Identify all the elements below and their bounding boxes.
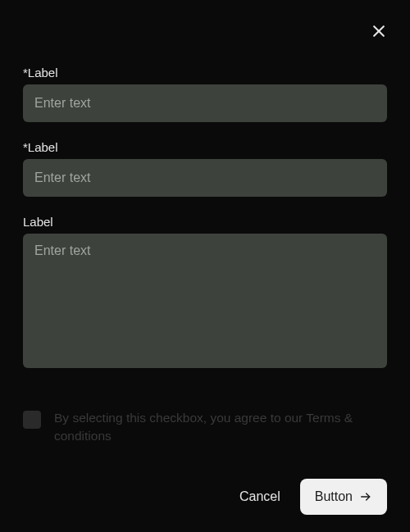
form-group-1: *Label (23, 66, 387, 122)
close-row (23, 23, 387, 39)
field-label-3: Label (23, 215, 387, 229)
cancel-button[interactable]: Cancel (239, 489, 280, 504)
text-input-1[interactable] (23, 84, 387, 122)
consent-row: By selecting this checkbox, you agree to… (23, 409, 387, 446)
form-group-3: Label (23, 215, 387, 371)
close-icon[interactable] (371, 23, 387, 39)
primary-button[interactable]: Button (300, 479, 387, 515)
text-input-2[interactable] (23, 159, 387, 197)
primary-button-label: Button (315, 489, 353, 504)
textarea-input[interactable] (23, 234, 387, 368)
field-label-1: *Label (23, 66, 387, 80)
field-label-2: *Label (23, 140, 387, 154)
arrow-right-icon (359, 490, 372, 503)
consent-checkbox[interactable] (23, 411, 41, 429)
consent-text: By selecting this checkbox, you agree to… (54, 409, 387, 446)
form-group-2: *Label (23, 140, 387, 197)
modal-dialog: *Label *Label Label By selecting this ch… (0, 0, 410, 532)
button-row: Cancel Button (23, 479, 387, 515)
